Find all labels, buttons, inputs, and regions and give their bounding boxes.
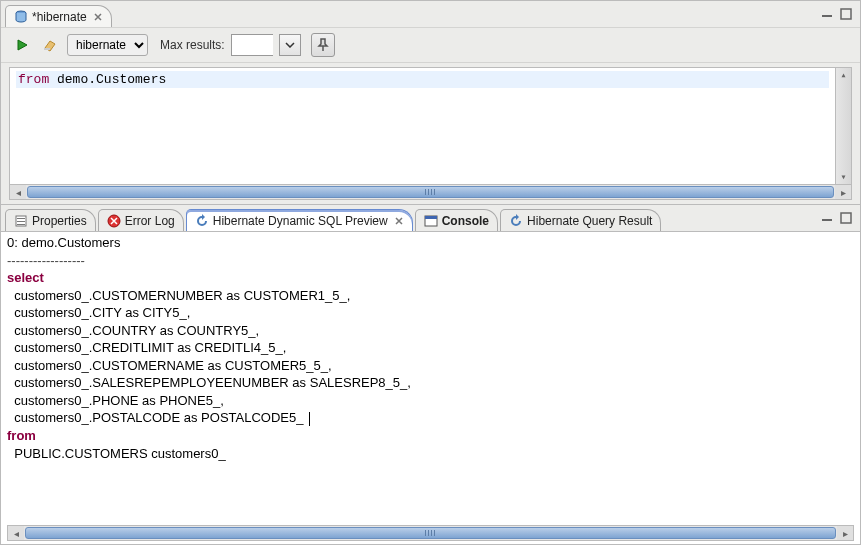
hql-toolbar: hibernate Max results: xyxy=(1,27,860,63)
scroll-right-icon[interactable]: ▸ xyxy=(837,526,853,540)
tab-query-result[interactable]: Hibernate Query Result xyxy=(500,209,661,231)
config-selector[interactable]: hibernate xyxy=(67,34,148,56)
tab-label: Console xyxy=(442,214,489,228)
maximize-icon[interactable] xyxy=(840,8,852,20)
bottom-tab-bar: Properties Error Log Hibernate Dynamic S… xyxy=(1,205,860,231)
pane-controls xyxy=(820,205,860,231)
scroll-up-icon[interactable]: ▴ xyxy=(836,68,851,82)
svg-rect-12 xyxy=(841,213,851,223)
hql-editor[interactable]: from demo.Customers ▴ ▾ xyxy=(9,67,852,184)
close-icon[interactable] xyxy=(394,216,404,226)
scroll-track[interactable] xyxy=(24,526,837,540)
properties-icon xyxy=(14,214,28,228)
tab-hibernate[interactable]: *hibernate xyxy=(5,5,112,27)
scroll-left-icon[interactable]: ◂ xyxy=(8,526,24,540)
refresh-icon xyxy=(509,214,523,228)
tab-properties[interactable]: Properties xyxy=(5,209,96,231)
tab-label: Hibernate Dynamic SQL Preview xyxy=(213,214,388,228)
refresh-icon xyxy=(195,214,209,228)
scroll-left-icon[interactable]: ◂ xyxy=(10,185,26,199)
max-results-dropdown[interactable] xyxy=(279,34,301,56)
results-pane: Properties Error Log Hibernate Dynamic S… xyxy=(0,205,861,545)
tab-label: Error Log xyxy=(125,214,175,228)
clear-button[interactable] xyxy=(39,34,61,56)
hql-content[interactable]: from demo.Customers xyxy=(10,68,835,184)
hql-keyword: from xyxy=(18,72,49,87)
close-icon[interactable] xyxy=(93,12,103,22)
tab-sql-preview[interactable]: Hibernate Dynamic SQL Preview xyxy=(186,209,413,231)
max-results-input[interactable] xyxy=(231,34,273,56)
tab-label: Hibernate Query Result xyxy=(527,214,652,228)
pin-button[interactable] xyxy=(311,33,335,57)
svg-rect-10 xyxy=(425,216,437,219)
scroll-thumb[interactable] xyxy=(25,527,836,539)
scroll-down-icon[interactable]: ▾ xyxy=(836,170,851,184)
sql-text[interactable]: 0: demo.Customers------------------selec… xyxy=(1,232,860,525)
svg-rect-6 xyxy=(17,221,25,222)
max-results-label: Max results: xyxy=(160,38,225,52)
pane-controls xyxy=(820,1,860,27)
tab-error-log[interactable]: Error Log xyxy=(98,209,184,231)
sql-preview-content: 0: demo.Customers------------------selec… xyxy=(1,231,860,544)
editor-pane: *hibernate hibernate Max results: xyxy=(0,0,861,205)
scroll-thumb[interactable] xyxy=(27,186,834,198)
scroll-track[interactable] xyxy=(26,185,835,199)
tab-label: *hibernate xyxy=(32,10,87,24)
run-button[interactable] xyxy=(11,34,33,56)
db-icon xyxy=(14,10,28,24)
error-icon xyxy=(107,214,121,228)
horizontal-scrollbar[interactable]: ◂ ▸ xyxy=(9,184,852,200)
editor-tab-bar: *hibernate xyxy=(1,1,860,27)
minimize-icon[interactable] xyxy=(820,9,834,19)
minimize-icon[interactable] xyxy=(820,213,834,223)
svg-rect-5 xyxy=(17,218,25,219)
svg-rect-3 xyxy=(44,48,50,50)
scroll-right-icon[interactable]: ▸ xyxy=(835,185,851,199)
horizontal-scrollbar[interactable]: ◂ ▸ xyxy=(7,525,854,541)
svg-rect-1 xyxy=(822,15,832,17)
tab-label: Properties xyxy=(32,214,87,228)
svg-rect-7 xyxy=(17,224,25,225)
maximize-icon[interactable] xyxy=(840,212,852,224)
hql-editor-wrap: from demo.Customers ▴ ▾ ◂ ▸ xyxy=(9,67,852,200)
svg-rect-2 xyxy=(841,9,851,19)
tab-console[interactable]: Console xyxy=(415,209,498,231)
vertical-scrollbar[interactable]: ▴ ▾ xyxy=(835,68,851,184)
console-icon xyxy=(424,214,438,228)
hql-rest: demo.Customers xyxy=(49,72,166,87)
svg-rect-11 xyxy=(822,219,832,221)
